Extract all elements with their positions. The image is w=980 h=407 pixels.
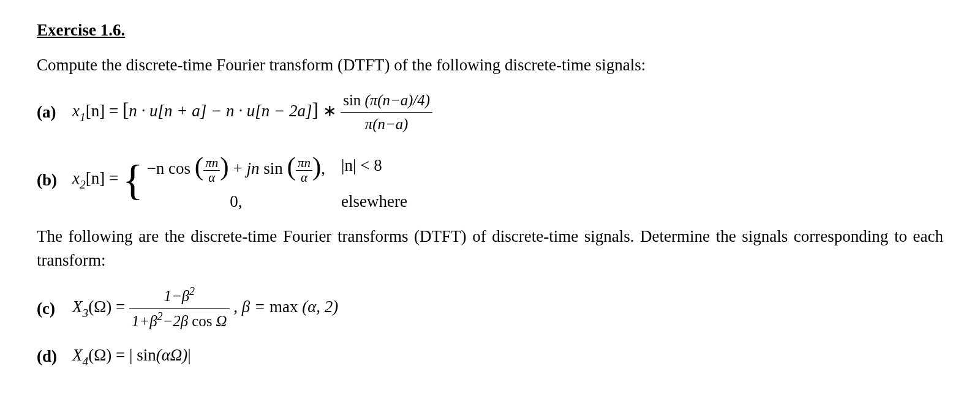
item-c-label: (c) — [37, 297, 59, 321]
item-a-expression: x1[n] = [n · u[n + a] − n · u[n − 2a]] ∗… — [72, 89, 432, 135]
middle-text: The following are the discrete-time Four… — [37, 225, 943, 272]
item-c: (c) X3(Ω) = 1−β2 1+β2−2β cos Ω , β = max… — [37, 285, 943, 332]
item-a: (a) x1[n] = [n · u[n + a] − n · u[n − 2a… — [37, 89, 943, 135]
item-b-expression: x2[n] = { −n cos (πnα) + jn sin (πnα), |… — [72, 146, 407, 214]
item-d: (d) X4(Ω) = | sin(αΩ)| — [37, 343, 943, 370]
item-b: (b) x2[n] = { −n cos (πnα) + jn sin (πnα… — [37, 146, 943, 214]
item-c-expression: X3(Ω) = 1−β2 1+β2−2β cos Ω , β = max (α,… — [72, 285, 338, 332]
exercise-title: Exercise 1.6. — [37, 18, 943, 42]
item-a-label: (a) — [37, 100, 59, 124]
intro-text: Compute the discrete-time Fourier transf… — [37, 53, 943, 77]
item-d-label: (d) — [37, 345, 59, 368]
item-b-label: (b) — [37, 168, 59, 192]
item-d-expression: X4(Ω) = | sin(αΩ)| — [72, 343, 191, 370]
